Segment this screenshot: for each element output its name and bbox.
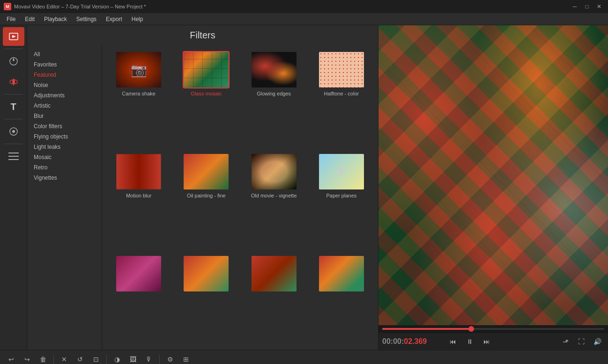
undo-button[interactable]: ↩	[4, 352, 19, 364]
tool-divider-3	[4, 119, 23, 119]
svg-point-6	[12, 130, 15, 133]
audio-filter-button[interactable]: ⊞	[178, 352, 193, 364]
titlebar: M Movavi Video Editor – 7-Day Trial Vers…	[0, 0, 608, 13]
filter-row3-1[interactable]	[106, 253, 171, 346]
tool-media[interactable]	[3, 27, 24, 46]
tool-divider-2	[4, 94, 23, 95]
filter-row3-2[interactable]	[173, 253, 239, 346]
close-button[interactable]: ✕	[594, 1, 604, 12]
category-featured[interactable]: Featured	[27, 70, 102, 80]
filter-motion-blur[interactable]: Motion blur	[106, 151, 171, 251]
menu-settings[interactable]: Settings	[72, 15, 101, 24]
category-noise[interactable]: Noise	[27, 80, 102, 90]
preview-panel: 00:00:02.369 ⏮ ⏸ ⏭ ⬏ ⛶ 🔊	[378, 25, 608, 350]
category-light-leaks[interactable]: Light leaks	[27, 142, 102, 152]
volume-button[interactable]: 🔊	[590, 335, 604, 348]
filter-glowing-edges[interactable]: Glowing edges	[241, 49, 307, 149]
preview-video	[378, 25, 608, 325]
filter-thumb-camera-shake: 📷	[115, 51, 162, 88]
svg-rect-8	[8, 156, 19, 157]
toolbar-separator-3	[159, 355, 160, 364]
skip-back-button[interactable]: ⏮	[446, 335, 460, 348]
category-favorites[interactable]: Favorites	[27, 59, 102, 70]
category-retro[interactable]: Retro	[27, 162, 102, 173]
filter-old-movie[interactable]: Old movie - vignette	[241, 151, 307, 251]
color-button[interactable]: ◑	[110, 352, 125, 364]
filter-thumb-motion-blur	[115, 153, 162, 190]
preview-background	[378, 25, 608, 325]
filter-grid-area: ◀ 📷 Camera shake	[102, 45, 378, 350]
filter-label-glowing-edges: Glowing edges	[257, 90, 291, 97]
filter-thumb-glass-mosaic	[183, 51, 230, 88]
filter-oil-painting[interactable]: Oil painting - fine	[173, 151, 239, 251]
category-blur[interactable]: Blur	[27, 111, 102, 121]
filter-thumb-row3-3	[251, 255, 297, 292]
progress-bar-track[interactable]	[382, 328, 604, 330]
filter-label-halftone: Halftone - color	[324, 90, 359, 97]
filter-label-glass-mosaic: Glass mosaic	[191, 90, 222, 97]
filter-thumb-row3-2	[183, 255, 230, 292]
filter-paper-planes[interactable]: ✈ Paper planes	[309, 151, 374, 251]
export-video-button[interactable]: ⬏	[558, 335, 572, 348]
image-button[interactable]: 🖼	[126, 352, 141, 364]
audio-button[interactable]: 🎙	[141, 352, 156, 364]
menu-edit[interactable]: Edit	[20, 15, 39, 24]
filters-title: Filters	[27, 25, 378, 45]
filter-thumb-halftone	[318, 51, 365, 88]
filter-label-paper-planes: Paper planes	[326, 192, 356, 199]
menubar: File Edit Playback Settings Export Help	[0, 13, 608, 25]
category-flying-objects[interactable]: Flying objects	[27, 131, 102, 142]
filter-row3-4[interactable]	[309, 253, 374, 346]
menu-help[interactable]: Help	[127, 15, 148, 24]
time-ms: 02.369	[404, 337, 427, 345]
menu-playback[interactable]: Playback	[39, 15, 72, 24]
tool-menu[interactable]	[3, 147, 24, 166]
pause-button[interactable]: ⏸	[463, 335, 477, 348]
tool-divider-1	[4, 49, 23, 49]
redo-button[interactable]: ↪	[20, 352, 35, 364]
tool-text[interactable]: T	[3, 97, 24, 116]
progress-bar-fill	[382, 328, 471, 330]
maximize-button[interactable]: □	[582, 1, 592, 12]
category-artistic[interactable]: Artistic	[27, 101, 102, 111]
fullscreen-button[interactable]: ⛶	[574, 335, 588, 348]
progress-handle[interactable]	[468, 326, 474, 332]
category-color-filters[interactable]: Color filters	[27, 121, 102, 131]
filter-glass-mosaic[interactable]: Glass mosaic	[173, 49, 239, 149]
filter-camera-shake[interactable]: 📷 Camera shake	[106, 49, 171, 149]
category-adjustments[interactable]: Adjustments	[27, 90, 102, 101]
delete-button[interactable]: 🗑	[36, 352, 51, 364]
preview-controls: 00:00:02.369 ⏮ ⏸ ⏭ ⬏ ⛶ 🔊	[378, 333, 608, 350]
category-all[interactable]: All	[27, 49, 102, 59]
cut-button[interactable]: ✕	[57, 352, 72, 364]
left-toolbar: T	[0, 25, 27, 350]
filter-thumb-oil-painting	[183, 153, 230, 190]
filter-grid: 📷 Camera shake Glass mosaic	[102, 45, 378, 350]
filter-label-motion-blur: Motion blur	[126, 192, 151, 199]
filters-body: All Favorites Featured Noise Adjustments…	[27, 45, 378, 350]
tool-effects[interactable]	[3, 52, 24, 71]
filter-thumb-row3-4	[318, 255, 365, 292]
filter-label-old-movie: Old movie - vignette	[251, 192, 297, 199]
filter-thumb-paper-planes: ✈	[318, 153, 365, 190]
app-icon: M	[4, 3, 11, 10]
category-vignettes[interactable]: Vignettes	[27, 173, 102, 183]
menu-export[interactable]: Export	[101, 15, 127, 24]
category-mosaic[interactable]: Mosaic	[27, 152, 102, 162]
category-list: All Favorites Featured Noise Adjustments…	[27, 45, 102, 350]
settings-button[interactable]: ⚙	[163, 352, 178, 364]
window-controls: ─ □ ✕	[570, 1, 604, 12]
tool-filters[interactable]	[3, 73, 24, 91]
menu-file[interactable]: File	[2, 15, 20, 24]
rotate-button[interactable]: ↺	[73, 352, 88, 364]
filter-thumb-row3-1	[115, 255, 162, 292]
minimize-button[interactable]: ─	[570, 1, 580, 12]
crop-button[interactable]: ⊡	[89, 352, 104, 364]
time-elapsed: 00:00:	[382, 337, 404, 345]
skip-forward-button[interactable]: ⏭	[480, 335, 494, 348]
preview-progress	[378, 325, 608, 333]
tool-transitions[interactable]	[3, 122, 24, 141]
filter-halftone[interactable]: Halftone - color	[309, 49, 374, 149]
filter-row3-3[interactable]	[241, 253, 307, 346]
filters-panel: Filters All Favorites Featured Noise Adj…	[27, 25, 378, 350]
